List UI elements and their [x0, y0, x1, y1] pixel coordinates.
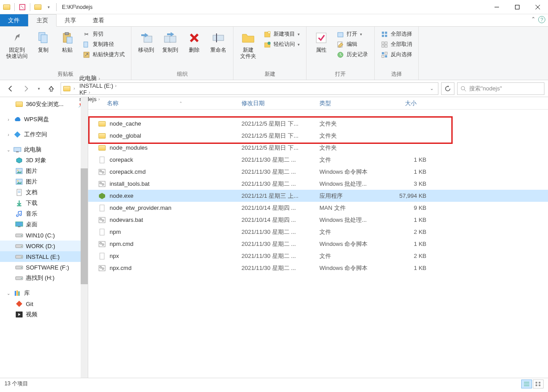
paste-button[interactable]: 粘贴 — [57, 29, 78, 55]
select-all-button[interactable]: 全部选择 — [379, 29, 414, 39]
collapse-ribbon-icon[interactable]: ⌃ — [531, 16, 536, 23]
ribbon-group-clipboard: 固定到 快速访问 复制 粘贴 ✂剪切 复制路径 粘贴快捷方式 剪贴板 — [0, 27, 131, 80]
tree-item[interactable]: ⌄库 — [0, 288, 88, 298]
breadcrumb[interactable]: KF› — [78, 89, 118, 96]
col-type[interactable]: 类型 — [313, 99, 383, 107]
forward-button[interactable] — [20, 82, 33, 95]
tree-item[interactable]: 360安全浏览...📌 — [0, 99, 88, 110]
tree-item[interactable]: WIN10 (C:) — [0, 230, 88, 241]
paste-shortcut-button[interactable]: 粘贴快捷方式 — [81, 50, 127, 59]
file-row[interactable]: install_tools.bat2021/11/30 星期二 ...Windo… — [88, 178, 548, 190]
tree-item[interactable]: 视频 — [0, 309, 88, 320]
tree-item[interactable]: ›工作空间 — [0, 129, 88, 140]
back-button[interactable] — [4, 82, 17, 95]
copy-button[interactable]: 复制 — [33, 29, 53, 55]
refresh-button[interactable] — [441, 82, 454, 95]
search-box[interactable]: 搜索"nodejs" — [457, 82, 544, 95]
tree-item[interactable]: 惠找到 (H:) — [0, 273, 88, 283]
tab-share[interactable]: 共享 — [57, 14, 85, 26]
tree-item[interactable]: 图片 — [0, 166, 88, 176]
file-row[interactable]: node.exe2021/12/1 星期三 上...应用程序57,994 KB — [88, 190, 548, 202]
scrollbar-thumb[interactable] — [81, 168, 88, 284]
tree-item[interactable]: Git — [0, 298, 88, 309]
tab-view[interactable]: 查看 — [85, 14, 113, 26]
file-row[interactable]: node_modules2021/12/5 星期日 下...文件夹 — [88, 142, 548, 154]
svg-rect-75 — [100, 229, 104, 235]
file-row[interactable]: corepack2021/11/30 星期二 ...文件1 KB — [88, 154, 548, 166]
tree-item[interactable]: 文档 — [0, 187, 88, 198]
file-icon — [98, 228, 106, 236]
properties-icon[interactable] — [18, 3, 26, 11]
content-pane: 名称⌃ 修改日期 类型 大小 node_cache2021/12/5 星期日 下… — [88, 97, 548, 378]
easy-access-icon — [264, 41, 271, 48]
address-dropdown[interactable]: ⌄ — [427, 86, 436, 91]
shortcut-icon — [83, 51, 90, 58]
help-icon[interactable]: ? — [538, 16, 545, 23]
file-row[interactable]: node_etw_provider.man2021/10/14 星期四 ...M… — [88, 202, 548, 214]
properties-button[interactable]: 属性 — [311, 29, 331, 55]
svg-rect-39 — [16, 151, 19, 152]
file-row[interactable]: npx2021/11/30 星期二 ...文件2 KB — [88, 250, 548, 262]
file-row[interactable]: nodevars.bat2021/10/14 星期四 ...Windows 批处… — [88, 214, 548, 226]
file-row[interactable]: node_cache2021/12/5 星期日 下...文件夹 — [88, 118, 548, 130]
new-item-button[interactable]: 新建项目▾ — [262, 29, 302, 39]
rename-button[interactable]: 重命名 — [208, 29, 229, 55]
folder-icon[interactable] — [34, 3, 42, 11]
tree-item[interactable]: 3D 对象 — [0, 155, 88, 166]
maximize-button[interactable] — [507, 0, 528, 14]
file-row[interactable]: npm2021/11/30 星期二 ...文件2 KB — [88, 226, 548, 238]
tree-item[interactable]: ⌄此电脑 — [0, 144, 88, 155]
close-button[interactable] — [528, 0, 548, 14]
tree-item[interactable]: INSTALL (E:) — [0, 251, 88, 262]
file-row[interactable]: node_global2021/12/5 星期日 下...文件夹 — [88, 130, 548, 142]
select-none-button[interactable]: 全部取消 — [379, 40, 414, 49]
edit-button[interactable]: 编辑 — [335, 40, 370, 49]
recent-dropdown[interactable]: ▾ — [36, 82, 42, 95]
breadcrumb[interactable]: 此电脑› — [78, 74, 118, 82]
tree-item[interactable]: WORK (D:) — [0, 241, 88, 251]
open-button[interactable]: 打开▾ — [335, 29, 370, 39]
breadcrumb[interactable]: INSTALL (E:)› — [78, 82, 118, 89]
tree-item[interactable]: 音乐 — [0, 208, 88, 219]
file-row[interactable]: corepack.cmd2021/11/30 星期二 ...Windows 命令… — [88, 166, 548, 178]
svg-rect-30 — [385, 45, 387, 47]
file-list[interactable]: node_cache2021/12/5 星期日 下...文件夹node_glob… — [88, 110, 548, 378]
invert-selection-button[interactable]: 反向选择 — [379, 50, 414, 59]
pin-button[interactable]: 固定到 快速访问 — [4, 29, 29, 61]
file-row[interactable]: npm.cmd2021/11/30 星期二 ...Windows 命令脚本1 K… — [88, 238, 548, 250]
copy-path-button[interactable]: 复制路径 — [81, 40, 127, 49]
file-row[interactable]: npx.cmd2021/11/30 星期二 ...Windows 命令脚本1 K… — [88, 262, 548, 274]
svg-rect-48 — [16, 222, 23, 226]
scrollbar[interactable] — [81, 97, 88, 378]
minimize-button[interactable] — [487, 0, 507, 14]
icons-view-button[interactable] — [533, 380, 544, 388]
history-button[interactable]: 历史记录 — [335, 50, 370, 59]
move-to-button[interactable]: 移动到 — [136, 29, 156, 55]
ribbon-tabs: 文件 主页 共享 查看 ⌃ ? — [0, 14, 548, 27]
dropdown-icon[interactable]: ▾ — [45, 3, 53, 11]
drive-icon — [15, 263, 23, 271]
delete-button[interactable]: 删除 — [184, 29, 204, 55]
tab-home[interactable]: 主页 — [28, 14, 57, 27]
tree-item[interactable]: SOFTWARE (F:) — [0, 262, 88, 273]
easy-access-button[interactable]: 轻松访问▾ — [262, 40, 302, 49]
copy-to-button[interactable]: 复制到 — [160, 29, 180, 55]
address-bar[interactable]: › 此电脑›INSTALL (E:)›KF›nodejs› ⌄ — [61, 82, 438, 95]
tree-item[interactable]: 下载 — [0, 198, 88, 208]
move-icon — [139, 30, 154, 45]
drive-icon — [15, 231, 23, 239]
pic-icon — [15, 167, 23, 175]
cut-button[interactable]: ✂剪切 — [81, 29, 127, 39]
details-view-button[interactable] — [521, 380, 532, 388]
new-folder-button[interactable]: 新建 文件夹 — [238, 29, 258, 61]
tree-item[interactable]: ›WPS网盘 — [0, 114, 88, 125]
crumb-sep[interactable]: › — [72, 86, 77, 91]
col-size[interactable]: 大小 — [383, 99, 423, 107]
up-button[interactable] — [45, 82, 58, 95]
col-date[interactable]: 修改日期 — [235, 99, 313, 107]
cmd-icon — [98, 180, 106, 188]
tree-item[interactable]: 桌面 — [0, 219, 88, 230]
tab-file[interactable]: 文件 — [0, 14, 28, 26]
col-name[interactable]: 名称⌃ — [88, 99, 235, 107]
tree-item[interactable]: 图片 — [0, 176, 88, 187]
